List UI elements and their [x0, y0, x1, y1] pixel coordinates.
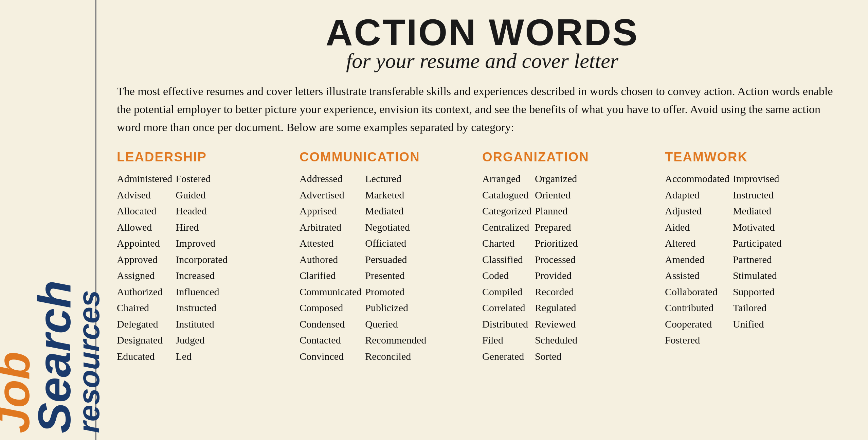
list-item: Oriented	[535, 188, 578, 203]
list-item: Influenced	[176, 284, 228, 299]
list-item: Participated	[733, 236, 781, 251]
list-item: Motivated	[733, 220, 781, 235]
list-item: Reviewed	[535, 317, 578, 332]
list-item: Tailored	[733, 300, 781, 315]
list-item: Regulated	[535, 300, 578, 315]
page-title: ACTION WORDS	[117, 14, 848, 51]
list-item: Mediated	[733, 204, 781, 218]
list-item: Instructed	[733, 188, 781, 203]
list-item: Clarified	[300, 268, 362, 283]
page-container: Job Search resources ACTION WORDS for yo…	[0, 0, 868, 440]
list-item: Approved	[117, 252, 172, 267]
list-item: Guided	[176, 188, 228, 203]
list-item: Prioritized	[535, 236, 578, 251]
list-item: Persuaded	[365, 252, 426, 267]
word-column-2-0: ArrangedCataloguedCategorizedCentralized…	[482, 171, 531, 364]
category-title-1: COMMUNICATION	[300, 150, 472, 164]
list-item: Amended	[665, 252, 729, 267]
category-words-3: AccommodatedAdaptedAdjustedAidedAlteredA…	[665, 171, 837, 348]
category-words-0: AdministeredAdvisedAllocatedAllowedAppoi…	[117, 171, 289, 364]
sidebar-text-group: Job Search resources	[0, 0, 106, 440]
description-text: The most effective resumes and cover let…	[117, 83, 847, 136]
category-communication: COMMUNICATIONAddressedAdvertisedApprised…	[300, 150, 482, 430]
list-item: Planned	[535, 204, 578, 218]
list-item: Authorized	[117, 284, 172, 299]
list-item: Prepared	[535, 220, 578, 235]
sidebar: Job Search resources	[0, 0, 95, 440]
category-teamwork: TEAMWORKAccommodatedAdaptedAdjustedAided…	[665, 150, 848, 430]
word-column-2-1: OrganizedOrientedPlannedPreparedPrioriti…	[535, 171, 578, 364]
category-title-2: ORGANIZATION	[482, 150, 655, 164]
category-words-1: AddressedAdvertisedApprisedArbitratedAtt…	[300, 171, 472, 364]
list-item: Supported	[733, 284, 781, 299]
list-item: Sorted	[535, 349, 578, 364]
list-item: Appointed	[117, 236, 172, 251]
word-column-0-1: FosteredGuidedHeadedHiredImprovedIncorpo…	[176, 171, 228, 364]
list-item: Catalogued	[482, 188, 531, 203]
list-item: Correlated	[482, 300, 531, 315]
list-item: Reconciled	[365, 349, 426, 364]
list-item: Officiated	[365, 236, 426, 251]
list-item: Coded	[482, 268, 531, 283]
list-item: Communicated	[300, 284, 362, 299]
list-item: Collaborated	[665, 284, 729, 299]
list-item: Improvised	[733, 171, 781, 186]
list-item: Headed	[176, 204, 228, 218]
list-item: Instructed	[176, 300, 228, 315]
list-item: Scheduled	[535, 333, 578, 348]
list-item: Charted	[482, 236, 531, 251]
list-item: Improved	[176, 236, 228, 251]
list-item: Filed	[482, 333, 531, 348]
list-item: Hired	[176, 220, 228, 235]
word-column-3-1: ImprovisedInstructedMediatedMotivatedPar…	[733, 171, 781, 348]
list-item: Stimulated	[733, 268, 781, 283]
list-item: Presented	[365, 268, 426, 283]
list-item: Condensed	[300, 317, 362, 332]
list-item: Classified	[482, 252, 531, 267]
list-item: Cooperated	[665, 317, 729, 332]
list-item: Convinced	[300, 349, 362, 364]
list-item: Incorporated	[176, 252, 228, 267]
list-item: Partnered	[733, 252, 781, 267]
list-item: Chaired	[117, 300, 172, 315]
sidebar-resources-text: resources	[75, 290, 102, 433]
list-item: Fostered	[176, 171, 228, 186]
list-item: Publicized	[365, 300, 426, 315]
list-item: Unified	[733, 317, 781, 332]
list-item: Allowed	[117, 220, 172, 235]
category-title-0: LEADERSHIP	[117, 150, 289, 164]
list-item: Lectured	[365, 171, 426, 186]
word-column-0-0: AdministeredAdvisedAllocatedAllowedAppoi…	[117, 171, 172, 364]
list-item: Arranged	[482, 171, 531, 186]
list-item: Aided	[665, 220, 729, 235]
list-item: Adapted	[665, 188, 729, 203]
category-words-2: ArrangedCataloguedCategorizedCentralized…	[482, 171, 655, 364]
list-item: Adjusted	[665, 204, 729, 218]
list-item: Addressed	[300, 171, 362, 186]
list-item: Queried	[365, 317, 426, 332]
list-item: Educated	[117, 349, 172, 364]
list-item: Apprised	[300, 204, 362, 218]
list-item: Increased	[176, 268, 228, 283]
list-item: Attested	[300, 236, 362, 251]
list-item: Contacted	[300, 333, 362, 348]
list-item: Processed	[535, 252, 578, 267]
list-item: Negotiated	[365, 220, 426, 235]
list-item: Authored	[300, 252, 362, 267]
list-item: Promoted	[365, 284, 426, 299]
list-item: Marketed	[365, 188, 426, 203]
list-item: Fostered	[665, 333, 729, 348]
list-item: Allocated	[117, 204, 172, 218]
list-item: Advised	[117, 188, 172, 203]
list-item: Distributed	[482, 317, 531, 332]
list-item: Compiled	[482, 284, 531, 299]
list-item: Generated	[482, 349, 531, 364]
list-item: Recorded	[535, 284, 578, 299]
list-item: Instituted	[176, 317, 228, 332]
list-item: Assisted	[665, 268, 729, 283]
sidebar-search-text: Search	[34, 280, 75, 433]
list-item: Altered	[665, 236, 729, 251]
list-item: Provided	[535, 268, 578, 283]
main-content: ACTION WORDS for your resume and cover l…	[96, 0, 868, 440]
category-title-3: TEAMWORK	[665, 150, 837, 164]
